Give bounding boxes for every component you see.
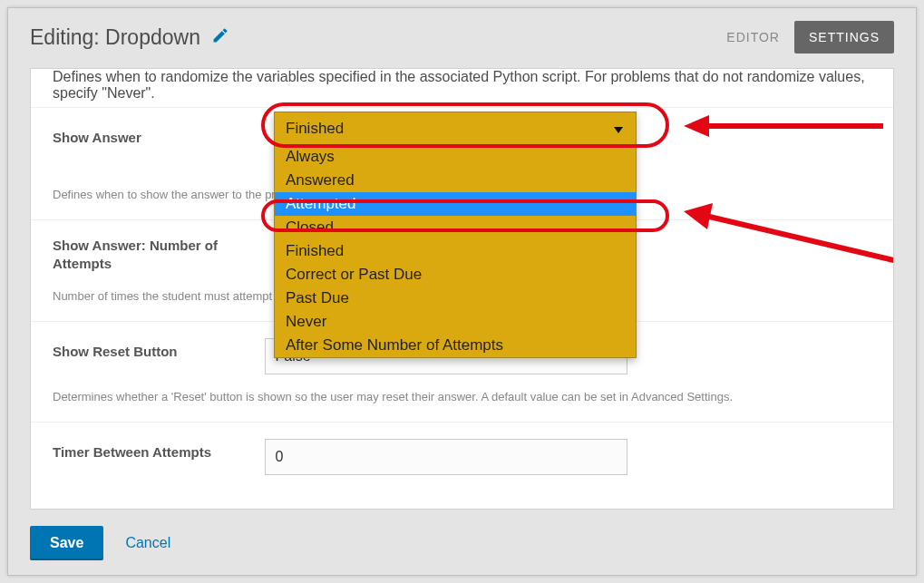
show-answer-attempts-label: Show Answer: Number of Attempts xyxy=(53,237,261,274)
modal-header: Editing: Dropdown EDITOR SETTINGS xyxy=(8,8,916,66)
chevron-down-icon xyxy=(614,127,623,133)
show-answer-option[interactable]: After Some Number of Attempts xyxy=(275,334,636,357)
show-answer-selected[interactable]: Finished xyxy=(275,112,636,145)
svg-marker-1 xyxy=(684,115,709,137)
show-answer-dropdown-open[interactable]: Finished AlwaysAnsweredAttemptedClosedFi… xyxy=(274,112,637,358)
timer-row: Timer Between Attempts xyxy=(31,423,893,491)
tab-settings[interactable]: SETTINGS xyxy=(794,21,894,53)
show-answer-option[interactable]: Attempted xyxy=(275,192,636,216)
show-answer-option[interactable]: Never xyxy=(275,310,636,334)
annotation-arrow-top xyxy=(675,108,892,144)
modal-footer: Save Cancel xyxy=(30,526,170,560)
timer-label: Timer Between Attempts xyxy=(53,439,261,460)
show-answer-option[interactable]: Answered xyxy=(275,169,636,192)
randomize-help: Defines when to randomize the variables … xyxy=(53,69,871,102)
show-answer-option[interactable]: Finished xyxy=(275,239,636,263)
edit-title-icon[interactable] xyxy=(211,26,229,48)
show-answer-selected-text: Finished xyxy=(286,120,344,137)
show-reset-help: Determines whether a 'Reset' button is s… xyxy=(53,389,871,405)
show-reset-label: Show Reset Button xyxy=(53,338,261,359)
settings-panel: Defines when to randomize the variables … xyxy=(30,68,894,510)
settings-modal: Editing: Dropdown EDITOR SETTINGS Define… xyxy=(7,7,917,576)
show-answer-option[interactable]: Closed xyxy=(275,216,636,239)
show-answer-row: Show Answer Finished AlwaysAnsweredAttem… xyxy=(31,108,893,220)
randomize-row-partial: Defines when to randomize the variables … xyxy=(31,69,893,108)
show-answer-option[interactable]: Correct or Past Due xyxy=(275,263,636,287)
page-title: Editing: Dropdown xyxy=(30,25,200,50)
settings-scroll[interactable]: Defines when to randomize the variables … xyxy=(31,69,893,509)
show-answer-option[interactable]: Past Due xyxy=(275,287,636,310)
timer-input[interactable] xyxy=(265,439,627,475)
cancel-button[interactable]: Cancel xyxy=(125,535,170,551)
tab-editor[interactable]: EDITOR xyxy=(712,30,794,44)
show-answer-option[interactable]: Always xyxy=(275,145,636,169)
save-button[interactable]: Save xyxy=(30,526,103,560)
show-answer-label: Show Answer xyxy=(53,124,261,145)
